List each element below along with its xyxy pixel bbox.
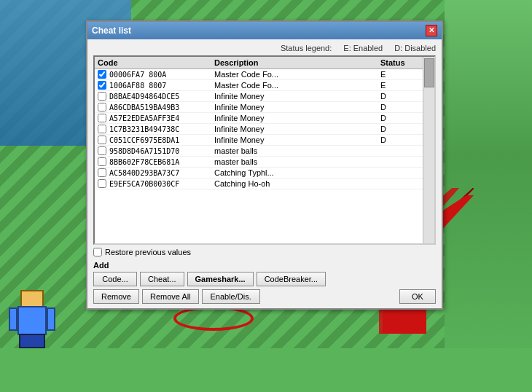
cell-code: 8BB602F78CEB681A: [98, 157, 214, 166]
code-text: AC5840D293BA73C7: [109, 169, 179, 177]
code-text: E9EF5CA70B0030CF: [109, 180, 179, 188]
cell-description: Infinite Money: [214, 125, 380, 133]
cell-code: 1C7B3231B494738C: [98, 125, 214, 133]
code-text: 1006AF88 8007: [109, 82, 166, 90]
table-row[interactable]: 8BB602F78CEB681Amaster balls: [95, 157, 434, 168]
cell-code: A57E2EDEA5AFF3E4: [98, 114, 214, 122]
code-text: C051CCF6975E8DA1: [109, 136, 179, 144]
cell-description: Infinite Money: [214, 136, 380, 144]
row-checkbox[interactable]: [98, 179, 106, 188]
cell-code: AC5840D293BA73C7: [98, 168, 214, 177]
cell-description: Catching Typhl...: [214, 168, 380, 177]
close-button[interactable]: ✕: [426, 25, 437, 36]
gameshark-button[interactable]: Gameshark...: [187, 272, 254, 286]
action-buttons-row: Remove Remove All Enable/Dis. OK: [93, 289, 436, 304]
code-text: A86CDBA519BA49B3: [109, 103, 179, 111]
cheat-list-dialog: Cheat list ✕ Status legend: E: Enabled D…: [86, 20, 443, 310]
row-checkbox[interactable]: [98, 103, 106, 111]
cell-description: master balls: [214, 146, 380, 155]
cell-code: A86CDBA519BA49B3: [98, 103, 214, 111]
code-text: 958D8D46A7151D70: [109, 147, 179, 155]
cell-description: Infinite Money: [214, 92, 380, 101]
table-row[interactable]: 1006AF88 8007Master Code Fo...E: [95, 80, 434, 91]
left-buttons: Remove Remove All Enable/Dis.: [93, 289, 396, 304]
restore-label: Restore previous values: [105, 248, 191, 256]
table-row[interactable]: 00006FA7 800AMaster Code Fo...E: [95, 69, 434, 80]
cheat-button[interactable]: Cheat...: [140, 272, 184, 286]
dialog-titlebar: Cheat list ✕: [87, 22, 442, 39]
cell-description: Master Code Fo...: [214, 70, 380, 79]
row-checkbox[interactable]: [98, 92, 106, 101]
cell-code: 00006FA7 800A: [98, 70, 214, 79]
cell-code: D8BAE4D94864DCE5: [98, 92, 214, 101]
code-text: 8BB602F78CEB681A: [109, 158, 179, 166]
col-description: Description: [214, 58, 380, 67]
scrollbar-thumb[interactable]: [424, 58, 434, 87]
dialog-body: Status legend: E: Enabled D: Disabled Co…: [87, 39, 442, 308]
table-body[interactable]: 00006FA7 800AMaster Code Fo...E1006AF88 …: [95, 69, 434, 240]
scrollbar[interactable]: [423, 57, 434, 243]
legend-label: Status legend:: [281, 44, 332, 52]
scenery-bottom: [0, 348, 532, 392]
cell-description: Catching Ho-oh: [214, 179, 380, 188]
bottom-section: Restore previous values Add Code... Chea…: [93, 248, 436, 304]
cell-description: Infinite Money: [214, 103, 380, 111]
codebreaker-button[interactable]: CodeBreaker...: [257, 272, 326, 286]
code-text: A57E2EDEA5AFF3E4: [109, 114, 179, 122]
code-text: 1C7B3231B494738C: [109, 125, 179, 133]
code-text: D8BAE4D94864DCE5: [109, 93, 179, 101]
table-row[interactable]: AC5840D293BA73C7Catching Typhl...: [95, 168, 434, 179]
table-row[interactable]: C051CCF6975E8DA1Infinite MoneyD: [95, 135, 434, 146]
remove-all-button[interactable]: Remove All: [142, 289, 199, 304]
cell-description: Master Code Fo...: [214, 81, 380, 90]
restore-row: Restore previous values: [93, 248, 436, 256]
enable-disable-button[interactable]: Enable/Dis.: [202, 289, 260, 304]
scenery-right: [445, 0, 532, 392]
add-buttons-row: Code... Cheat... Gameshark... CodeBreake…: [93, 272, 436, 286]
dialog-title: Cheat list: [92, 26, 131, 36]
row-checkbox[interactable]: [98, 81, 106, 90]
legend-disabled: D: Disabled: [394, 44, 436, 52]
table-row[interactable]: A57E2EDEA5AFF3E4Infinite MoneyD: [95, 113, 434, 124]
row-checkbox[interactable]: [98, 125, 106, 133]
table-header: Code Description Status: [95, 57, 434, 69]
ok-button[interactable]: OK: [399, 289, 436, 304]
table-row[interactable]: 1C7B3231B494738CInfinite MoneyD: [95, 124, 434, 135]
row-checkbox[interactable]: [98, 168, 106, 177]
code-text: 00006FA7 800A: [109, 71, 166, 79]
code-button[interactable]: Code...: [93, 272, 137, 286]
cheat-table: Code Description Status 00006FA7 800AMas…: [93, 55, 436, 245]
table-row[interactable]: E9EF5CA70B0030CFCatching Ho-oh: [95, 179, 434, 189]
cell-description: Infinite Money: [214, 114, 380, 122]
table-row[interactable]: 958D8D46A7151D70master balls: [95, 146, 434, 157]
col-code: Code: [98, 58, 214, 67]
cell-code: 958D8D46A7151D70: [98, 146, 214, 155]
add-label: Add: [93, 261, 436, 270]
restore-checkbox[interactable]: [93, 248, 102, 256]
row-checkbox[interactable]: [98, 146, 106, 155]
table-row[interactable]: A86CDBA519BA49B3Infinite MoneyD: [95, 102, 434, 113]
remove-button[interactable]: Remove: [93, 289, 139, 304]
row-checkbox[interactable]: [98, 70, 106, 79]
cell-code: C051CCF6975E8DA1: [98, 136, 214, 144]
status-legend: Status legend: E: Enabled D: Disabled: [93, 44, 436, 52]
table-row[interactable]: D8BAE4D94864DCE5Infinite MoneyD: [95, 91, 434, 102]
row-checkbox[interactable]: [98, 114, 106, 122]
cell-description: master balls: [214, 157, 380, 166]
cell-code: 1006AF88 8007: [98, 81, 214, 90]
game-character: [15, 290, 58, 356]
cell-code: E9EF5CA70B0030CF: [98, 179, 214, 188]
row-checkbox[interactable]: [98, 136, 106, 144]
row-checkbox[interactable]: [98, 157, 106, 166]
legend-enabled: E: Enabled: [343, 44, 383, 52]
